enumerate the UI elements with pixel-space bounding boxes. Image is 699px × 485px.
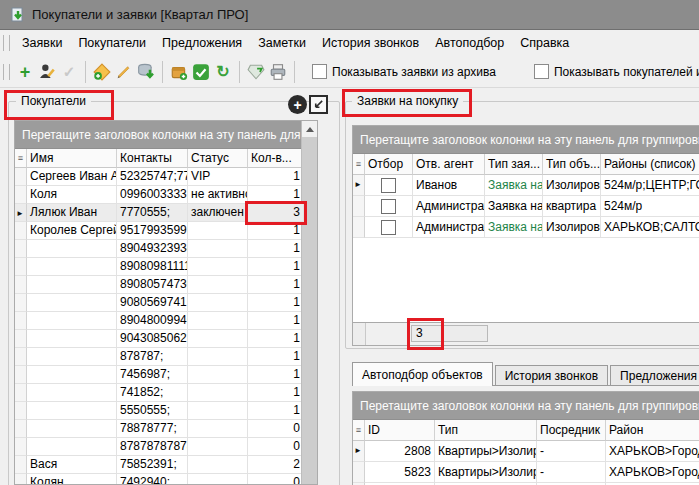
menu-help[interactable]: Справка bbox=[512, 32, 577, 54]
buyer-row[interactable]: 87878787878 0 bbox=[15, 438, 317, 456]
col-header-middleman[interactable]: Посредник bbox=[537, 420, 606, 441]
buyer-contacts-cell: 7456987; bbox=[117, 366, 188, 384]
object-id-cell: 5823 bbox=[365, 462, 435, 483]
tab-automatch-objects[interactable]: Автоподбор объектов bbox=[352, 362, 493, 386]
object-type-cell: Квартиры>Изолир bbox=[435, 441, 537, 462]
object-row[interactable]: 5823 Квартиры>Изолир - ХАРЬКОВ>Город > bbox=[353, 462, 699, 483]
buyer-row[interactable]: 9043085062; 1 bbox=[15, 330, 317, 348]
show-archive-requests-checkbox[interactable]: Показывать заявки из архива bbox=[312, 64, 496, 79]
buyer-row[interactable]: 7456987; 1 bbox=[15, 366, 317, 384]
buyer-status-cell bbox=[188, 384, 248, 402]
buyer-row[interactable]: Колян 7492940; 0 bbox=[15, 474, 317, 485]
corner-arrow-icon bbox=[313, 99, 324, 110]
col-header-agent[interactable]: Отв. агент bbox=[413, 154, 485, 175]
buyer-count-cell: 1 bbox=[248, 312, 304, 330]
buyer-row[interactable]: 89049323934 1 bbox=[15, 240, 317, 258]
col-header-id[interactable]: ID bbox=[365, 420, 435, 441]
buyer-name-cell bbox=[27, 258, 117, 276]
request-districts-cell: 524м/р;ЦЕНТР;ГО bbox=[601, 175, 699, 196]
buyer-row[interactable]: Вася 75852391; 2 bbox=[15, 456, 317, 474]
col-header-request-type[interactable]: Тип зая... bbox=[485, 154, 543, 175]
menu-automatch[interactable]: Автоподбор bbox=[427, 32, 512, 54]
add-object-icon[interactable] bbox=[92, 62, 112, 82]
match-gem-icon[interactable] bbox=[246, 62, 266, 82]
col-header-contacts[interactable]: Контакты bbox=[117, 149, 188, 168]
col-header-name[interactable]: Имя bbox=[27, 149, 117, 168]
buyer-row[interactable]: 878787; 1 bbox=[15, 348, 317, 366]
row-selector-cell bbox=[15, 312, 27, 330]
row-selector-cell bbox=[353, 175, 365, 196]
apply-icon[interactable] bbox=[191, 62, 211, 82]
edit-customer-icon[interactable] bbox=[37, 62, 57, 82]
tab-offers[interactable]: Предложения bbox=[610, 365, 699, 386]
export-buyers-button[interactable] bbox=[309, 95, 328, 114]
row-selector-cell bbox=[15, 222, 27, 240]
row-selector-cell bbox=[15, 168, 27, 186]
vertical-scrollbar[interactable] bbox=[301, 121, 317, 484]
scrollbar-thumb[interactable] bbox=[302, 137, 317, 484]
buyer-contacts-cell: 52325747;772 bbox=[117, 168, 188, 186]
menu-notes[interactable]: Заметки bbox=[250, 32, 314, 54]
add-package-icon[interactable] bbox=[169, 62, 189, 82]
object-row[interactable]: 2808 Квартиры>Изолир - ХАРЬКОВ>Город > bbox=[353, 441, 699, 462]
buyer-status-cell bbox=[188, 294, 248, 312]
menu-offers[interactable]: Предложения bbox=[154, 32, 250, 54]
buyer-status-cell bbox=[188, 438, 248, 456]
request-districts-cell: 524м/р bbox=[601, 196, 699, 217]
edit-icon[interactable] bbox=[114, 62, 134, 82]
selector-column-header-icon: ≡ bbox=[353, 154, 365, 175]
toolbar: + ✓ ↻ Показывать з bbox=[0, 56, 699, 88]
requests-count-cell: 3 bbox=[411, 325, 488, 342]
col-header-type[interactable]: Тип bbox=[435, 420, 537, 441]
buyer-count-cell: 0 bbox=[248, 438, 304, 456]
print-icon[interactable] bbox=[268, 62, 288, 82]
request-agent-cell: Администрат bbox=[413, 217, 485, 238]
buyer-row[interactable]: 89048009946 1 bbox=[15, 312, 317, 330]
buyer-count-cell: 1 bbox=[248, 222, 304, 240]
col-header-count[interactable]: Кол-в... bbox=[248, 149, 304, 168]
col-header-district[interactable]: Район bbox=[606, 420, 699, 441]
selector-column-header-icon: ≡ bbox=[15, 149, 27, 168]
request-row[interactable]: Администрат Заявка на п Изолирова ХАРЬКО… bbox=[353, 217, 699, 238]
tab-call-history[interactable]: История звонков bbox=[495, 365, 608, 386]
buyer-row[interactable]: 9080569741; 1 bbox=[15, 294, 317, 312]
add-buyer-button[interactable]: + bbox=[288, 95, 307, 114]
selection-checkbox[interactable] bbox=[381, 220, 396, 235]
menu-call-history[interactable]: История звонков bbox=[314, 32, 427, 54]
buyer-count-cell: 1 bbox=[248, 402, 304, 420]
request-agent-cell: Администрат bbox=[413, 196, 485, 217]
scroll-up-button[interactable] bbox=[302, 121, 317, 138]
requests-header-row: ≡ Отбор Отв. агент Тип зая... Тип объ...… bbox=[353, 154, 699, 175]
selection-checkbox[interactable] bbox=[381, 178, 396, 193]
buyer-count-cell: 1 bbox=[248, 276, 304, 294]
buyer-name-cell bbox=[27, 420, 117, 438]
request-row[interactable]: Администрат Заявка на а квартира 524м/р bbox=[353, 196, 699, 217]
col-header-object-type[interactable]: Тип объ... bbox=[543, 154, 601, 175]
buyer-row[interactable]: 5550555; 1 bbox=[15, 402, 317, 420]
add-icon[interactable]: + bbox=[15, 62, 35, 82]
buyer-name-cell bbox=[27, 312, 117, 330]
menu-buyers[interactable]: Покупатели bbox=[70, 32, 154, 54]
buyer-row[interactable]: Сергеев Иван А 52325747;772 VIP 1 bbox=[15, 168, 317, 186]
buyer-row[interactable]: Лялюк Иван 7770555; заключен до 3 bbox=[15, 204, 317, 222]
col-header-districts[interactable]: Районы (список) bbox=[601, 154, 699, 175]
refresh-icon[interactable]: ↻ bbox=[213, 62, 233, 82]
buyer-count-cell: 1 bbox=[248, 330, 304, 348]
col-header-status[interactable]: Статус bbox=[188, 149, 248, 168]
buyer-row[interactable]: 89080574730 1 bbox=[15, 276, 317, 294]
buyer-row[interactable]: 741852; 1 bbox=[15, 384, 317, 402]
show-archive-buyers-checkbox[interactable]: Показывать покупателей из bbox=[534, 64, 699, 79]
buyer-contacts-cell: 75852391; bbox=[117, 456, 188, 474]
buyer-row[interactable]: Королев Сергей 9517993599; 1 bbox=[15, 222, 317, 240]
checkbox-box[interactable] bbox=[534, 64, 549, 79]
menu-requests[interactable]: Заявки bbox=[14, 32, 70, 54]
buyer-row[interactable]: 89080981111 1 bbox=[15, 258, 317, 276]
checkbox-box[interactable] bbox=[312, 64, 327, 79]
request-row[interactable]: Иванов Заявка на п Изолирова 524м/р;ЦЕНТ… bbox=[353, 175, 699, 196]
buyer-status-cell bbox=[188, 366, 248, 384]
selection-checkbox[interactable] bbox=[381, 199, 396, 214]
buyer-row[interactable]: Коля 0996003333;0 не активно 1 bbox=[15, 186, 317, 204]
col-header-select[interactable]: Отбор bbox=[365, 154, 413, 175]
buyer-row[interactable]: 78878777; 0 bbox=[15, 420, 317, 438]
export-database-icon[interactable] bbox=[136, 62, 156, 82]
